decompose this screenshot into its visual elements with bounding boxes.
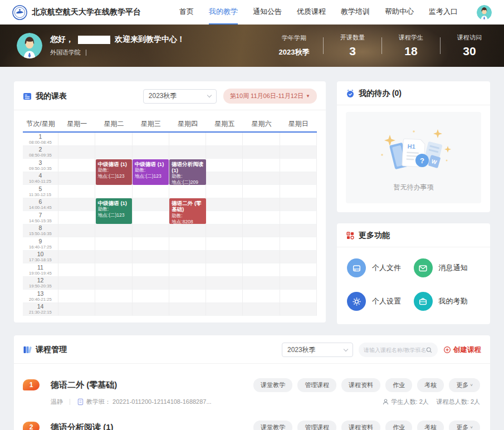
- course-action-button[interactable]: 更多˅: [449, 378, 480, 392]
- timetable-cell: [58, 290, 95, 303]
- course-action-button[interactable]: 管理课程: [297, 421, 336, 430]
- timetable-cell: [280, 159, 317, 172]
- course-action-label: 考核: [424, 423, 437, 430]
- course-block[interactable]: 德语分析阅读 (1)助教:地点:(二)209: [169, 159, 205, 185]
- course-action-button[interactable]: 课程资料: [341, 421, 380, 430]
- plus-circle-icon: [443, 346, 451, 354]
- course-meta: 温静教学班： 20221-011200-12114108-1688287...学…: [51, 398, 480, 406]
- period-time: 21:30-22:15: [29, 310, 52, 315]
- course-row-body: 德语二外 (零基础)课堂教学管理课程课程资料作业考核更多˅温静教学班： 2022…: [51, 378, 480, 406]
- more-function-drive[interactable]: 个人文件: [347, 258, 414, 277]
- course-action-label: 考核: [424, 381, 437, 389]
- timetable-cell: [243, 263, 280, 277]
- course-search-input[interactable]: [364, 347, 425, 353]
- platform-title: 北京航空航天大学在线教学平台: [32, 7, 141, 17]
- period-time: 14:00-14:45: [29, 205, 52, 210]
- course-block[interactable]: 中级德语 (1)助教:地点:(二)123: [133, 159, 169, 185]
- course-action-button[interactable]: 课堂教学: [253, 421, 292, 430]
- period-time: 20:40-21:25: [29, 297, 52, 302]
- course-action-button[interactable]: 考核: [417, 421, 444, 430]
- period-cell: 1017:30-18:15: [23, 251, 58, 264]
- period-cell: 511:30-12:15: [23, 185, 58, 198]
- more-function-label: 个人文件: [372, 263, 401, 273]
- timetable-cell: [243, 251, 280, 264]
- course-title-link[interactable]: 德语分析阅读 (1): [51, 422, 114, 430]
- course-action-button[interactable]: 考核: [417, 378, 444, 392]
- term-select[interactable]: 2023秋季: [143, 89, 217, 104]
- course-action-label: 管理课程: [305, 423, 329, 430]
- timetable-cell: [169, 263, 206, 277]
- todo-title: 我的待办 (0): [359, 89, 402, 99]
- week-selector[interactable]: 第10周 11月06日-11月12日 ▼: [223, 89, 317, 104]
- more-function-mail[interactable]: 消息通知: [414, 258, 481, 277]
- nav-item[interactable]: 通知公告: [253, 0, 282, 25]
- period-number: 8: [39, 224, 42, 231]
- course-block[interactable]: 中级德语 (1)助教:地点:(二)123: [96, 198, 132, 224]
- more-function-briefcase[interactable]: 我的考勤: [414, 292, 481, 311]
- period-cell: 1320:40-21:25: [23, 290, 58, 303]
- period-number: 12: [37, 277, 44, 284]
- university-logo-icon[interactable]: [12, 5, 27, 20]
- timetable-cell: [206, 290, 243, 303]
- timetable-cell: [133, 251, 169, 264]
- more-functions-grid: 个人文件消息通知个人设置我的考勤: [337, 247, 490, 324]
- nav-item[interactable]: 监考入口: [429, 0, 458, 25]
- timetable-cell: [95, 251, 132, 264]
- hero-stat: 课程学生18: [393, 33, 429, 58]
- course-title-link[interactable]: 德语二外 (零基础): [51, 380, 117, 390]
- period-time: 19:50-20:35: [29, 284, 52, 289]
- timetable-cell: [58, 185, 95, 198]
- timetable-cell: [169, 303, 206, 316]
- nav-item[interactable]: 教学培训: [341, 0, 370, 25]
- course-row-top: 德语二外 (零基础)课堂教学管理课程课程资料作业考核更多˅: [51, 378, 480, 392]
- course-action-label: 课程资料: [349, 423, 373, 430]
- course-row: 1德语二外 (零基础)课堂教学管理课程课程资料作业考核更多˅温静教学班： 202…: [14, 364, 490, 406]
- timetable-cell: [206, 133, 243, 146]
- timetable-title: 我的课表: [36, 91, 67, 101]
- course-block[interactable]: 德语二外 (零基础)助教:地点:8208: [169, 198, 205, 224]
- timetable-cell: [133, 303, 169, 316]
- course-action-button[interactable]: 课程资料: [341, 378, 380, 392]
- nav-item[interactable]: 首页: [179, 0, 194, 25]
- nav-item[interactable]: 我的教学: [209, 0, 238, 25]
- search-icon[interactable]: [425, 346, 433, 354]
- timetable-cell: [133, 133, 169, 146]
- nav-item[interactable]: 优质课程: [297, 0, 326, 25]
- course-action-button[interactable]: 课堂教学: [253, 378, 292, 392]
- course-action-label: 作业: [393, 381, 405, 389]
- stat-value: 18: [393, 45, 429, 58]
- course-index-badge: 2: [23, 422, 40, 430]
- timetable-cell: [206, 159, 243, 172]
- period-cell: 108:00-08:45: [23, 133, 58, 146]
- course-action-button[interactable]: 更多˅: [449, 421, 480, 430]
- timetable-cell: [280, 277, 317, 290]
- nav-item[interactable]: 帮助中心: [385, 0, 414, 25]
- total-count-text: 课程总人数: 2人: [437, 398, 480, 406]
- course-action-button[interactable]: 作业: [385, 421, 412, 430]
- stat-value: 3: [335, 45, 370, 58]
- timetable-header: 我的课表 2023秋季 第10周 11月06日-11月12日 ▼: [14, 81, 326, 110]
- week-label: 第10周 11月06日-11月12日: [230, 92, 304, 100]
- period-number: 1: [39, 133, 42, 140]
- period-number: 9: [39, 238, 42, 245]
- right-column: 我的待办 (0) H1 W ? 暂无待办事项: [337, 81, 490, 324]
- course-action-label: 管理课程: [305, 381, 329, 389]
- course-action-button[interactable]: 作业: [385, 378, 412, 392]
- create-course-button[interactable]: 创建课程: [443, 345, 481, 355]
- timetable-cell: [243, 146, 280, 159]
- top-navbar: 北京航空航天大学在线教学平台 首页我的教学通知公告优质课程教学培训帮助中心监考入…: [0, 0, 504, 25]
- more-function-label: 个人设置: [372, 296, 401, 306]
- cm-term-select[interactable]: 2023秋季: [282, 343, 353, 357]
- student-count-text: 学生人数: 2人: [392, 398, 429, 406]
- course-action-button[interactable]: 管理课程: [297, 378, 336, 392]
- user-avatar[interactable]: [477, 5, 492, 20]
- more-function-gear[interactable]: 个人设置: [347, 292, 414, 311]
- period-time: 15:50-16:35: [29, 231, 52, 236]
- timetable-cell: [133, 277, 169, 290]
- course-block[interactable]: 中级德语 (1)助教:地点:(二)123: [96, 159, 132, 185]
- timetable-cell: [243, 211, 280, 224]
- timetable-cell: [58, 251, 95, 264]
- cm-term-select-value: 2023秋季: [287, 345, 340, 355]
- books-icon: [23, 345, 32, 354]
- stat-label: 课程学生: [393, 33, 429, 42]
